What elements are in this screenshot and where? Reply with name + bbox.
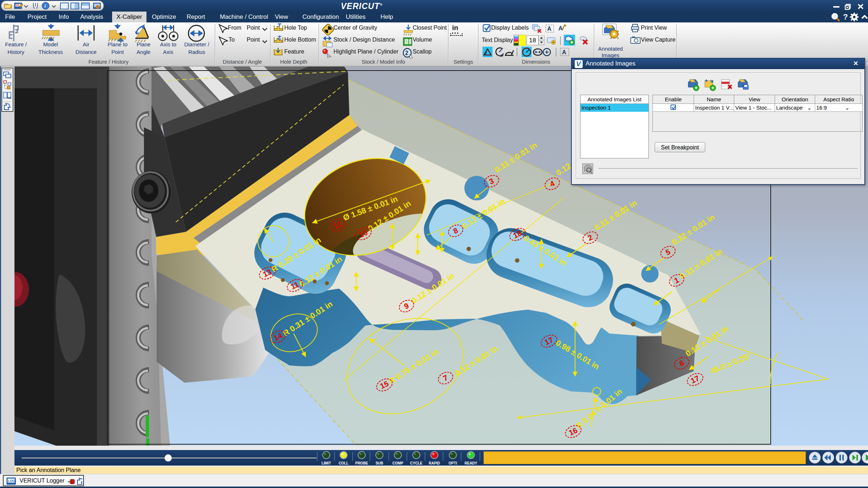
- svg-text:i: i: [44, 3, 46, 9]
- svg-text:NC: NC: [7, 96, 12, 99]
- svg-text:OPTI: OPTI: [448, 461, 457, 465]
- svg-text:LOG: LOG: [8, 479, 15, 483]
- svg-text:SUB: SUB: [375, 461, 383, 465]
- svg-text:?: ?: [843, 12, 848, 21]
- svg-text:CYCLE: CYCLE: [410, 461, 422, 465]
- svg-text:PROBE: PROBE: [355, 461, 368, 465]
- svg-text:2: 2: [405, 50, 408, 56]
- svg-text:VC: VC: [16, 4, 20, 7]
- svg-text:A: A: [562, 49, 566, 55]
- svg-text:READY: READY: [464, 461, 477, 465]
- svg-text:RAPID: RAPID: [429, 461, 440, 465]
- svg-text:LIMIT: LIMIT: [322, 461, 331, 465]
- svg-text:A: A: [547, 26, 552, 32]
- svg-text:COMP: COMP: [392, 461, 403, 465]
- svg-text:COLL: COLL: [339, 461, 348, 465]
- svg-text:A: A: [558, 25, 563, 31]
